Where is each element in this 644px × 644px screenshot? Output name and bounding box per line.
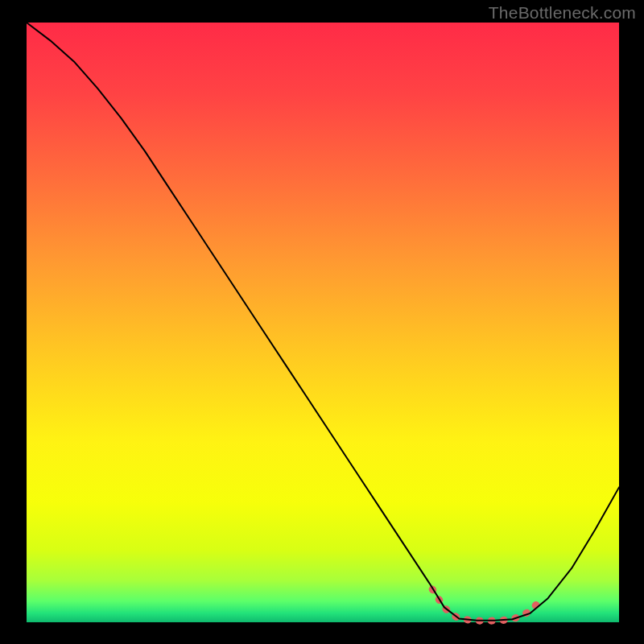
plot-background — [27, 23, 619, 622]
chart-frame: TheBottleneck.com — [0, 0, 644, 644]
bottleneck-chart — [0, 0, 644, 644]
